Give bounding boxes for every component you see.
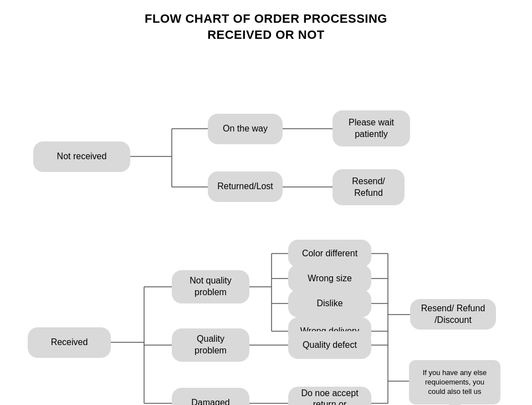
not-quality-problem-node: Not quality problem [172, 270, 249, 303]
quality-problem-node: Quality problem [172, 328, 249, 362]
returned-lost-node: Returned/Lost [208, 171, 283, 202]
quality-defect-node: Quality defect [288, 331, 371, 359]
resend-refund-top-node: Resend/ Refund [332, 169, 405, 205]
received-node: Received [28, 327, 111, 358]
do-not-accept-node: Do noe accept return or exchange [288, 387, 371, 405]
not-received-node: Not received [33, 141, 130, 172]
damaged-node: Damaged [172, 388, 249, 405]
speech-bubble-node: If you have any else requioements, you c… [409, 360, 500, 404]
resend-refund-discount-node: Resend/ Refund /Discount [410, 299, 496, 330]
dislike-node: Dislike [288, 290, 371, 317]
page-title: FLOW CHART OF ORDER PROCESSING RECEIVED … [0, 0, 532, 43]
wrong-size-node: Wrong size [288, 265, 371, 292]
on-the-way-node: On the way [208, 114, 283, 144]
please-wait-node: Please wait patiently [332, 110, 410, 146]
color-different-node: Color different [288, 240, 371, 267]
